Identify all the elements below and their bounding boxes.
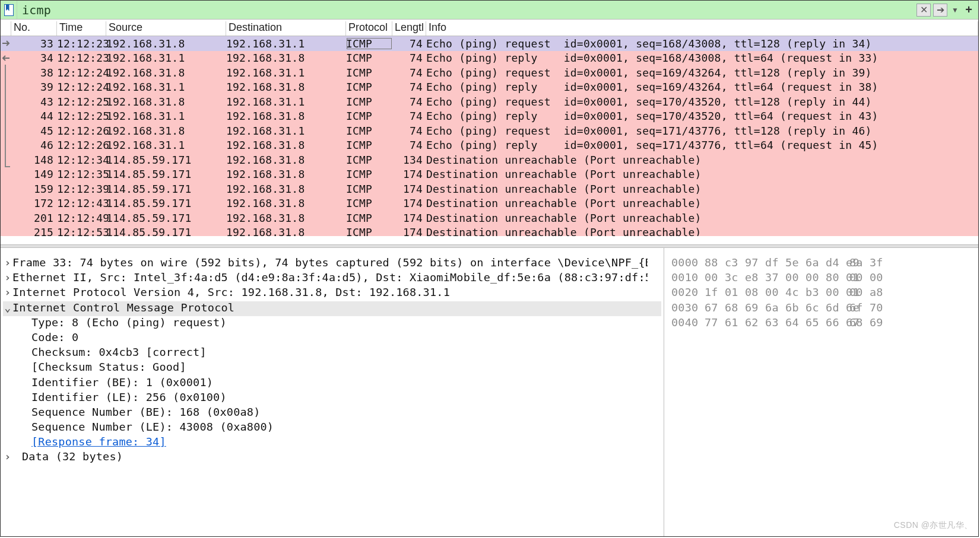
filter-history-dropdown[interactable]: ▼ [950,6,960,14]
tree-node-label: Identifier (BE): 1 (0x0001) [12,376,213,389]
wireshark-window: ▼ + No. Time Source Destination Protocol… [0,0,979,537]
packet-protocol: ICMP [346,183,392,195]
packet-destination: 192.168.31.8 [226,52,346,64]
packet-destination: 192.168.31.8 [226,197,346,209]
hex-row[interactable]: 004077 61 62 63 64 65 66 67 68 69 [671,316,973,331]
expand-icon[interactable]: › [3,450,12,463]
packet-time: 12:12:49 [57,212,106,224]
col-header-source[interactable]: Source [106,21,226,36]
packet-details-pane[interactable]: ›Frame 33: 74 bytes on wire (592 bits), … [1,248,664,536]
packet-destination: 192.168.31.8 [226,168,346,180]
col-header-length[interactable]: Lengtl [392,21,426,36]
hex-bytes: 88 c3 97 df 5e 6a d4 e9 [705,256,838,271]
collapse-icon[interactable]: ⌄ [3,301,12,314]
tree-node[interactable]: Identifier (BE): 1 (0x0001) [3,376,661,391]
packet-protocol: ICMP [346,168,392,180]
clear-filter-button[interactable] [916,4,931,17]
packet-no: 44 [11,110,57,122]
packet-row[interactable]: 14812:12:34114.85.59.171192.168.31.8ICMP… [1,152,978,167]
packet-info: Echo (ping) request id=0x0001, seq=169/4… [426,66,976,79]
tree-node[interactable]: Identifier (LE): 256 (0x0100) [3,391,661,406]
tree-node-label: Data (32 bytes) [12,450,123,463]
expand-icon[interactable]: › [3,271,12,284]
tree-node-label[interactable]: [Response frame: 34] [12,435,166,448]
col-header-info[interactable]: Info [426,21,978,36]
tree-node-label: Ethernet II, Src: Intel_3f:4a:d5 (d4:e9:… [12,271,648,284]
packet-no: 46 [11,139,57,151]
hex-row[interactable]: 001000 3c e8 37 00 00 80 01 00 00 [671,271,973,286]
packet-info: Echo (ping) reply id=0x0001, seq=168/430… [426,52,976,64]
hex-row[interactable]: 003067 68 69 6a 6b 6c 6d 6e 6f 70 [671,301,973,316]
col-header-time[interactable]: Time [57,21,106,36]
packet-protocol: ICMP [346,110,392,122]
packet-protocol: ICMP [346,154,392,166]
tree-node-label: Code: 0 [12,331,78,343]
col-header-destination[interactable]: Destination [226,21,346,36]
tree-node[interactable]: Checksum: 0x4cb3 [correct] [3,346,661,361]
packet-destination: 192.168.31.1 [226,95,346,108]
gutter [1,211,11,225]
packet-row[interactable]: 4412:12:25192.168.31.1192.168.31.8ICMP74… [1,109,978,124]
tree-node[interactable]: ›Ethernet II, Src: Intel_3f:4a:d5 (d4:e9… [3,271,661,286]
packet-time: 12:12:23 [57,37,106,50]
packet-source: 114.85.59.171 [106,212,226,224]
filter-toolbar: ▼ + [916,1,978,19]
tree-node[interactable]: Code: 0 [3,331,661,346]
col-header-protocol[interactable]: Protocol [346,21,392,36]
tree-node[interactable]: Type: 8 (Echo (ping) request) [3,316,661,331]
tree-node[interactable]: Sequence Number (LE): 43008 (0xa800) [3,421,661,435]
display-filter-input[interactable] [17,1,916,19]
filter-bookmark-button[interactable] [1,1,17,19]
hex-row[interactable]: 00201f 01 08 00 4c b3 00 01 00 a8 [671,286,973,301]
tree-node[interactable]: Sequence Number (BE): 168 (0x00a8) [3,406,661,421]
hex-row[interactable]: 000088 c3 97 df 5e 6a d4 e9 8a 3f [671,256,973,271]
packet-protocol: ICMP [346,37,392,50]
packet-no: 149 [11,168,57,180]
tree-node[interactable]: [Checksum Status: Good] [3,361,661,375]
packet-length: 74 [392,139,426,151]
hex-bytes: 77 61 62 63 64 65 66 67 [705,316,838,331]
packet-length: 74 [392,95,426,108]
packet-row[interactable]: 14912:12:35114.85.59.171192.168.31.8ICMP… [1,167,978,182]
tree-node[interactable]: [Response frame: 34] [3,435,661,450]
packet-row[interactable]: 3412:12:23192.168.31.1192.168.31.8ICMP74… [1,51,978,66]
tree-node[interactable]: ›Data (32 bytes) [3,450,661,465]
expand-icon[interactable]: › [3,256,12,269]
packet-length: 174 [392,197,426,209]
apply-filter-button[interactable] [933,4,947,17]
packet-bytes-pane[interactable]: 000088 c3 97 df 5e 6a d4 e9 8a 3f001000 … [664,248,978,536]
packet-row[interactable]: 4512:12:26192.168.31.8192.168.31.1ICMP74… [1,123,978,138]
tree-node-label: Identifier (LE): 256 (0x0100) [12,391,227,403]
packet-row[interactable]: 4312:12:25192.168.31.8192.168.31.1ICMP74… [1,94,978,109]
packet-row[interactable]: 4612:12:26192.168.31.1192.168.31.8ICMP74… [1,138,978,153]
packet-protocol: ICMP [346,52,392,64]
packet-row[interactable]: 3312:12:23192.168.31.8192.168.31.1ICMP74… [1,36,978,51]
packet-no: 43 [11,95,57,108]
packet-source: 192.168.31.1 [106,52,226,64]
packet-list-pane[interactable]: 3312:12:23192.168.31.8192.168.31.1ICMP74… [1,36,978,244]
packet-source: 192.168.31.1 [106,81,226,93]
packet-source: 114.85.59.171 [106,197,226,209]
packet-row[interactable]: 15912:12:39114.85.59.171192.168.31.8ICMP… [1,182,978,196]
packet-time: 12:12:24 [57,81,106,93]
packet-protocol: ICMP [346,125,392,137]
add-filter-button[interactable]: + [963,3,975,17]
tree-node-label: Frame 33: 74 bytes on wire (592 bits), 7… [12,256,648,269]
packet-destination: 192.168.31.8 [226,81,346,93]
tree-node[interactable]: ›Frame 33: 74 bytes on wire (592 bits), … [3,256,661,271]
packet-info: Echo (ping) reply id=0x0001, seq=170/435… [426,110,976,122]
tree-node-label: Sequence Number (BE): 168 (0x00a8) [12,406,261,418]
packet-info: Destination unreachable (Port unreachabl… [426,212,976,224]
tree-node[interactable]: ›Internet Protocol Version 4, Src: 192.1… [3,286,661,301]
tree-node[interactable]: ⌄Internet Control Message Protocol [3,301,661,316]
col-header-no[interactable]: No. [11,21,57,36]
packet-row[interactable]: 3912:12:24192.168.31.1192.168.31.8ICMP74… [1,80,978,95]
packet-row[interactable]: 17212:12:43114.85.59.171192.168.31.8ICMP… [1,196,978,211]
packet-length: 74 [392,110,426,122]
packet-no: 159 [11,183,57,195]
arrow-in-icon [1,51,11,66]
packet-row[interactable]: 3812:12:24192.168.31.8192.168.31.1ICMP74… [1,65,978,80]
hex-bytes-tail: 8a 3f [849,256,883,271]
packet-row[interactable]: 20112:12:49114.85.59.171192.168.31.8ICMP… [1,211,978,225]
expand-icon[interactable]: › [3,286,12,298]
